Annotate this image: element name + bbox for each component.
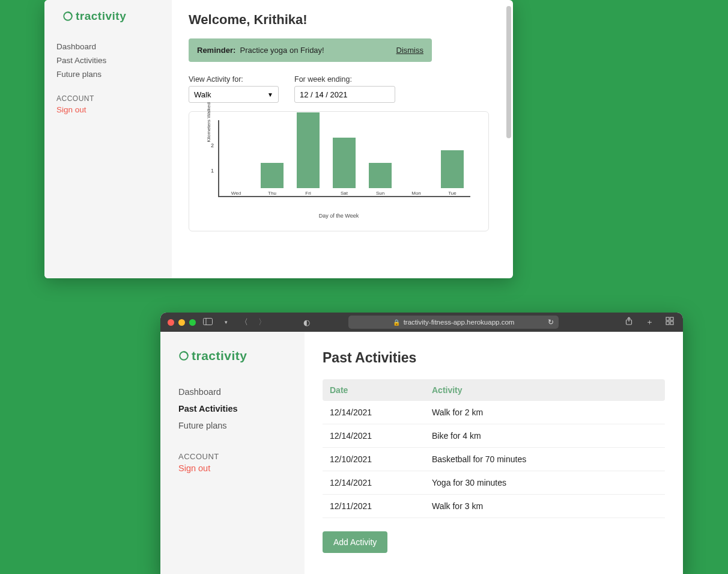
bar-slot: Tue	[434, 150, 470, 196]
activity-chart: Kilometers Walked 12 WedThuFriSatSunMonT…	[189, 111, 489, 231]
add-activity-button[interactable]: Add Activity	[323, 531, 387, 553]
table-row: 12/10/2021Basketball for 70 minutes	[323, 448, 665, 471]
logo-icon	[62, 11, 73, 22]
week-filter-label: For week ending:	[294, 75, 395, 84]
chart-x-tick: Thu	[268, 191, 276, 196]
chart-x-tick: Wed	[231, 191, 241, 196]
share-icon[interactable]	[623, 317, 635, 328]
chevron-down-icon[interactable]: ▾	[220, 319, 232, 325]
sidebar-item-dashboard[interactable]: Dashboard	[178, 383, 287, 400]
page-title: Past Activities	[323, 350, 665, 366]
chart-y-tick: 1	[211, 168, 214, 174]
chart-bar	[333, 138, 356, 188]
sidebar-account-label: ACCOUNT	[178, 452, 287, 461]
chart-bars: WedThuFriSatSunMonTue	[218, 120, 470, 196]
nav-forward-icon[interactable]: 〉	[256, 317, 268, 328]
svg-rect-5	[670, 317, 673, 320]
table-row: 12/14/2021Bike for 4 km	[323, 424, 665, 448]
reminder-banner: Reminder: Practice yoga on Friday! Dismi…	[189, 38, 432, 62]
chart-bar	[441, 150, 464, 188]
nav-back-icon[interactable]: 〈	[238, 317, 250, 328]
bar-slot: Wed	[218, 188, 254, 196]
sidebar-item-past-activities[interactable]: Past Activities	[178, 400, 287, 417]
bar-slot: Mon	[398, 188, 434, 196]
logo-icon	[178, 350, 189, 361]
bar-slot: Sat	[326, 138, 362, 196]
maximize-window-icon[interactable]	[189, 319, 196, 326]
signout-link[interactable]: Sign out	[178, 461, 287, 473]
table-row: 12/14/2021Walk for 2 km	[323, 401, 665, 424]
minimize-window-icon[interactable]	[178, 319, 185, 326]
chart-y-label: Kilometers Walked	[206, 102, 211, 142]
svg-rect-6	[666, 322, 669, 325]
close-window-icon[interactable]	[168, 319, 174, 326]
cell-date: 12/14/2021	[323, 424, 425, 448]
bar-slot: Sun	[362, 163, 398, 196]
dashboard-main: Welcome, Krithika! Reminder: Practice yo…	[172, 0, 513, 278]
chart-x-tick: Sat	[341, 191, 348, 196]
sidebar-item-future-plans[interactable]: Future plans	[56, 67, 160, 81]
past-activities-main: Past Activities Date Activity 12/14/2021…	[305, 332, 683, 574]
dismiss-link[interactable]: Dismiss	[396, 46, 424, 55]
chart-y-tick: 2	[211, 142, 214, 148]
cell-date: 12/11/2021	[323, 495, 425, 518]
col-activity: Activity	[425, 379, 665, 401]
chart-bar	[369, 163, 392, 188]
cell-activity: Basketball for 70 minutes	[425, 448, 665, 471]
brand-name: tractivity	[192, 349, 247, 363]
sidebar-account-label: ACCOUNT	[56, 94, 160, 103]
brand-logo: tractivity	[62, 10, 160, 23]
cell-activity: Bike for 4 km	[425, 424, 665, 448]
chart-x-tick: Fri	[305, 191, 311, 196]
svg-rect-4	[666, 317, 669, 320]
cell-activity: Yoga for 30 minutes	[425, 471, 665, 495]
cell-date: 12/14/2021	[323, 401, 425, 424]
chevron-down-icon: ▼	[267, 91, 273, 98]
table-row: 12/14/2021Yoga for 30 minutes	[323, 471, 665, 495]
chart-x-label: Day of the Week	[204, 213, 474, 219]
chart-x-tick: Tue	[448, 191, 457, 196]
activity-select-value: Walk	[194, 90, 211, 99]
sidebar-item-past-activities[interactable]: Past Activities	[56, 53, 160, 67]
filter-controls: View Activity for: Walk ▼ For week endin…	[189, 75, 496, 103]
url-text: tractivity-fitness-app.herokuapp.com	[404, 319, 515, 326]
brand-logo: tractivity	[178, 349, 287, 363]
col-date: Date	[323, 379, 425, 401]
reminder-label: Reminder:	[197, 46, 235, 55]
chart-x-axis	[218, 196, 470, 197]
svg-rect-1	[204, 318, 213, 325]
chart-bar	[261, 163, 284, 188]
cell-date: 12/10/2021	[323, 448, 425, 471]
bar-slot: Thu	[254, 163, 290, 196]
week-date-input[interactable]: 12 / 14 / 2021	[294, 86, 395, 103]
chart-bar	[297, 112, 320, 188]
reminder-text: Practice yoga on Friday!	[240, 46, 324, 55]
privacy-shield-icon[interactable]: ◐	[303, 318, 310, 327]
welcome-heading: Welcome, Krithika!	[189, 12, 496, 28]
url-bar[interactable]: 🔒 tractivity-fitness-app.herokuapp.com ↻	[348, 316, 559, 329]
new-tab-icon[interactable]: ＋	[643, 317, 655, 328]
browser-chrome: ▾ 〈 〉 ◐ 🔒 tractivity-fitness-app.herokua…	[160, 313, 683, 332]
dashboard-window: tractivity Dashboard Past Activities Fut…	[44, 0, 513, 278]
table-row: 12/11/2021Walk for 3 km	[323, 495, 665, 518]
svg-rect-7	[670, 322, 673, 325]
tab-overview-icon[interactable]	[664, 317, 676, 328]
sidebar: tractivity Dashboard Past Activities Fut…	[44, 0, 172, 278]
sidebar-toggle-icon[interactable]	[202, 318, 214, 327]
week-date-value: 12 / 14 / 2021	[300, 90, 348, 99]
brand-name: tractivity	[76, 10, 126, 23]
scrollbar[interactable]	[506, 6, 511, 138]
activity-select[interactable]: Walk ▼	[189, 86, 279, 103]
cell-date: 12/14/2021	[323, 471, 425, 495]
activity-filter-label: View Activity for:	[189, 75, 279, 84]
chart-x-tick: Sun	[376, 191, 384, 196]
sidebar-item-future-plans[interactable]: Future plans	[178, 417, 287, 434]
sidebar-item-dashboard[interactable]: Dashboard	[56, 40, 160, 53]
browser-window: ▾ 〈 〉 ◐ 🔒 tractivity-fitness-app.herokua…	[160, 313, 683, 574]
window-controls	[168, 319, 196, 326]
cell-activity: Walk for 3 km	[425, 495, 665, 518]
cell-activity: Walk for 2 km	[425, 401, 665, 424]
signout-link[interactable]: Sign out	[56, 103, 160, 114]
reload-icon[interactable]: ↻	[548, 318, 554, 326]
lock-icon: 🔒	[393, 319, 400, 326]
